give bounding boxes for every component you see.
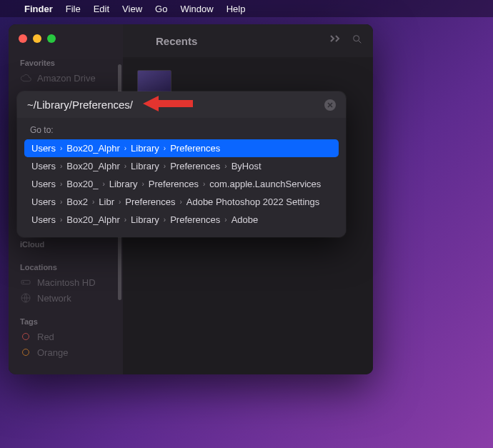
- chevron-right-icon: ›: [164, 216, 166, 224]
- path-segment: Libr: [99, 196, 114, 207]
- sidebar-item-label: Network: [37, 293, 71, 304]
- toolbar: Recents: [123, 24, 373, 57]
- globe-icon: [20, 292, 31, 304]
- sidebar-item-label: Amazon Drive: [37, 73, 96, 84]
- path-segment: Users: [31, 214, 56, 225]
- path-segment: com.apple.LaunchServices: [209, 179, 321, 189]
- path-segment: Preferences: [170, 214, 220, 225]
- sidebar-section-tags: Tags: [9, 313, 123, 329]
- goto-folder-dialog: Go to: Users›Box20_Alphr›Library›Prefere…: [17, 91, 346, 237]
- path-segment: Preferences: [170, 143, 220, 154]
- menu-edit[interactable]: Edit: [94, 4, 109, 14]
- path-segment: Box20_Alphr: [66, 161, 119, 171]
- sidebar-item-network[interactable]: Network: [9, 290, 123, 306]
- sidebar-item-label: Macintosh HD: [37, 277, 96, 288]
- chevron-right-icon: ›: [102, 180, 104, 188]
- path-segment: Box20_Alphr: [66, 143, 119, 154]
- toolbar-overflow-button[interactable]: [329, 34, 342, 48]
- sidebar-item-label: Orange: [37, 347, 68, 358]
- path-segment: Preferences: [125, 196, 175, 207]
- search-button[interactable]: [352, 34, 363, 48]
- chevron-right-icon: ›: [224, 162, 226, 170]
- chevron-right-icon: ›: [124, 216, 126, 224]
- maximize-button[interactable]: [47, 34, 56, 43]
- sidebar-item-tag-orange[interactable]: Orange: [9, 344, 123, 360]
- path-segment: Box20_Alphr: [66, 214, 119, 225]
- menu-view[interactable]: View: [122, 4, 142, 14]
- menubar: Finder File Edit View Go Window Help: [0, 0, 493, 17]
- chevron-right-icon: ›: [164, 162, 166, 170]
- menu-window[interactable]: Window: [180, 4, 213, 14]
- tag-orange-icon: [20, 347, 31, 358]
- app-menu[interactable]: Finder: [24, 4, 53, 14]
- goto-suggestion[interactable]: Users›Box20_Alphr›Library›Preferences›Ad…: [24, 211, 339, 229]
- path-segment: Library: [109, 179, 138, 189]
- goto-suggestion[interactable]: Users›Box2›Libr›Preferences›Adobe Photos…: [24, 193, 339, 211]
- sidebar-item-amazon-drive[interactable]: Amazon Drive: [9, 70, 123, 86]
- menu-help[interactable]: Help: [226, 4, 246, 14]
- chevron-right-icon: ›: [92, 198, 94, 206]
- chevron-right-icon: ›: [60, 144, 62, 152]
- goto-suggestion-list: Users›Box20_Alphr›Library›PreferencesUse…: [24, 139, 339, 229]
- minimize-button[interactable]: [33, 34, 41, 43]
- chevron-right-icon: ›: [203, 180, 205, 188]
- sidebar-section-locations: Locations: [9, 259, 123, 274]
- path-segment: Preferences: [170, 161, 220, 171]
- tag-red-icon: [20, 331, 31, 342]
- goto-suggestion[interactable]: Users›Box20_Alphr›Library›Preferences›By…: [24, 157, 339, 175]
- path-segment: Box20_: [66, 179, 98, 189]
- window-controls: [9, 33, 123, 54]
- path-segment: Users: [31, 143, 56, 154]
- chevron-right-icon: ›: [179, 198, 181, 206]
- path-segment: Users: [31, 161, 56, 171]
- goto-path-input[interactable]: [27, 99, 317, 111]
- chevron-right-icon: ›: [60, 198, 62, 206]
- clear-input-button[interactable]: [324, 99, 336, 111]
- path-segment: Preferences: [149, 179, 199, 189]
- goto-label: Go to:: [24, 124, 339, 139]
- path-segment: Adobe Photoshop 2022 Settings: [186, 196, 319, 207]
- close-button[interactable]: [19, 34, 27, 43]
- cloud-icon: [20, 72, 31, 84]
- chevron-right-icon: ›: [224, 216, 226, 224]
- sidebar-section-favorites: Favorites: [9, 54, 123, 70]
- sidebar-section-icloud: iCloud: [9, 236, 123, 252]
- path-segment: Library: [131, 214, 159, 225]
- disk-icon: [20, 277, 31, 288]
- sidebar-item-macintosh-hd[interactable]: Macintosh HD: [9, 274, 123, 290]
- path-segment: Box2: [66, 196, 88, 207]
- svg-point-1: [23, 282, 24, 282]
- chevron-right-icon: ›: [119, 198, 121, 206]
- path-segment: Library: [131, 161, 159, 171]
- path-segment: Users: [31, 179, 56, 189]
- path-segment: Users: [31, 196, 56, 207]
- chevron-right-icon: ›: [141, 180, 144, 188]
- goto-suggestion[interactable]: Users›Box20_Alphr›Library›Preferences: [24, 139, 339, 157]
- menu-file[interactable]: File: [66, 4, 81, 14]
- window-title: Recents: [156, 35, 319, 47]
- chevron-right-icon: ›: [60, 216, 62, 224]
- chevron-right-icon: ›: [124, 162, 126, 170]
- path-segment: Adobe: [231, 214, 259, 225]
- sidebar-item-tag-red[interactable]: Red: [9, 329, 123, 344]
- path-segment: Library: [131, 143, 159, 154]
- chevron-right-icon: ›: [124, 144, 126, 152]
- svg-point-3: [354, 36, 359, 41]
- path-segment: ByHost: [231, 161, 262, 171]
- goto-suggestion[interactable]: Users›Box20_›Library›Preferences›com.app…: [24, 175, 339, 193]
- sidebar-item-label: Red: [37, 332, 54, 342]
- chevron-right-icon: ›: [60, 162, 62, 170]
- chevron-right-icon: ›: [164, 144, 166, 152]
- menu-go[interactable]: Go: [155, 4, 167, 14]
- chevron-right-icon: ›: [60, 180, 62, 188]
